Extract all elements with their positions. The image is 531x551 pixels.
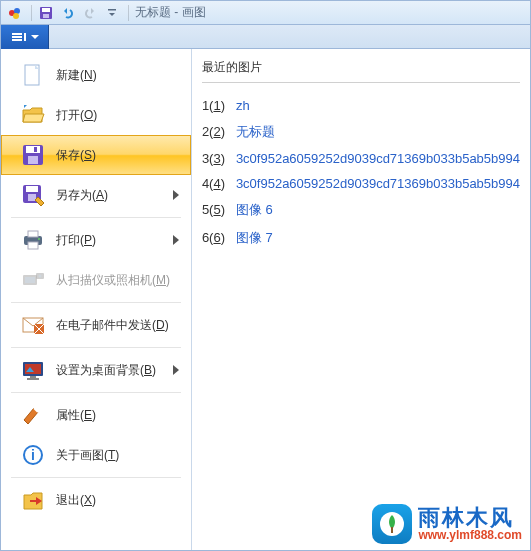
separator	[11, 217, 181, 218]
svg-point-22	[38, 238, 40, 240]
watermark-text: 雨林木风	[418, 507, 522, 529]
menu-item-props[interactable]: 属性(E)	[1, 395, 191, 435]
separator	[11, 347, 181, 348]
svg-text:i: i	[31, 447, 35, 463]
menu-item-save[interactable]: 保存(S)	[1, 135, 191, 175]
svg-rect-7	[12, 33, 22, 35]
save-icon	[18, 141, 48, 169]
file-menu-list: 新建(N)打开(O)保存(S)另存为(A)打印(P)从扫描仪或照相机(M)在电子…	[1, 49, 191, 550]
svg-point-1	[14, 8, 20, 14]
app-icon[interactable]	[5, 3, 25, 23]
menu-item-label: 打开(O)	[56, 107, 180, 124]
submenu-arrow-icon	[172, 235, 180, 245]
svg-rect-4	[42, 8, 50, 12]
menu-item-label: 关于画图(T)	[56, 447, 180, 464]
recent-item-name: 图像 6	[236, 201, 273, 219]
menu-item-about[interactable]: i关于画图(T)	[1, 435, 191, 475]
open-icon	[18, 101, 48, 129]
window-title: 无标题 - 画图	[135, 4, 206, 21]
svg-rect-8	[12, 36, 22, 38]
recent-item-index: 2(2)	[202, 124, 236, 139]
menu-item-open[interactable]: 打开(O)	[1, 95, 191, 135]
new-icon	[18, 61, 48, 89]
menu-item-label: 另存为(A)	[56, 187, 172, 204]
email-icon	[18, 311, 48, 339]
separator	[128, 5, 129, 21]
recent-item-name: 无标题	[236, 123, 275, 141]
file-tab[interactable]	[1, 25, 49, 49]
menu-item-saveas[interactable]: 另存为(A)	[1, 175, 191, 215]
recent-list: 1(1)zh2(2)无标题3(3)3c0f952a6059252d9039cd7…	[202, 93, 520, 252]
recent-panel: 最近的图片 1(1)zh2(2)无标题3(3)3c0f952a6059252d9…	[191, 49, 530, 550]
menu-item-exit[interactable]: 退出(X)	[1, 480, 191, 520]
separator	[202, 82, 520, 83]
svg-rect-5	[43, 14, 49, 18]
recent-item[interactable]: 2(2)无标题	[202, 118, 520, 146]
saveas-icon	[18, 181, 48, 209]
svg-rect-32	[27, 378, 39, 380]
menu-item-label: 属性(E)	[56, 407, 180, 424]
svg-rect-20	[28, 231, 38, 237]
svg-rect-24	[25, 277, 35, 283]
watermark-badge-icon	[372, 504, 412, 544]
menu-item-label: 设置为桌面背景(B)	[56, 362, 172, 379]
menu-item-label: 新建(N)	[56, 67, 180, 84]
ribbon-tabs	[1, 25, 530, 49]
document-title: 无标题	[135, 5, 171, 19]
watermark: 雨林木风 www.ylmf888.com	[372, 504, 522, 544]
svg-rect-13	[26, 146, 40, 153]
menu-item-label: 从扫描仪或照相机(M)	[56, 272, 180, 289]
recent-item-index: 1(1)	[202, 98, 236, 113]
recent-panel-title: 最近的图片	[202, 59, 520, 76]
qat-redo-icon[interactable]	[80, 3, 100, 23]
print-icon	[18, 226, 48, 254]
menu-item-new[interactable]: 新建(N)	[1, 55, 191, 95]
qat-save-icon[interactable]	[36, 3, 56, 23]
recent-item-name: 3c0f952a6059252d9039cd71369b033b5ab5b994	[236, 151, 520, 166]
recent-item-name: 3c0f952a6059252d9039cd71369b033b5ab5b994	[236, 176, 520, 191]
menu-item-label: 保存(S)	[56, 147, 180, 164]
recent-item[interactable]: 6(6)图像 7	[202, 224, 520, 252]
file-menu-body: 新建(N)打开(O)保存(S)另存为(A)打印(P)从扫描仪或照相机(M)在电子…	[1, 49, 530, 550]
scanner-icon	[18, 266, 48, 294]
separator	[11, 392, 181, 393]
separator	[11, 302, 181, 303]
menu-item-label: 在电子邮件中发送(D)	[56, 317, 180, 334]
menu-item-label: 退出(X)	[56, 492, 180, 509]
qat-undo-icon[interactable]	[58, 3, 78, 23]
recent-item[interactable]: 1(1)zh	[202, 93, 520, 118]
recent-item[interactable]: 3(3)3c0f952a6059252d9039cd71369b033b5ab5…	[202, 146, 520, 171]
about-icon: i	[18, 441, 48, 469]
recent-item-index: 6(6)	[202, 230, 236, 245]
svg-rect-6	[108, 9, 116, 11]
submenu-arrow-icon	[172, 365, 180, 375]
svg-point-2	[13, 13, 19, 19]
svg-rect-30	[25, 364, 41, 374]
recent-item[interactable]: 4(4)3c0f952a6059252d9039cd71369b033b5ab5…	[202, 171, 520, 196]
menu-item-wallpaper[interactable]: 设置为桌面背景(B)	[1, 350, 191, 390]
svg-rect-15	[34, 147, 37, 152]
app-name: 画图	[182, 5, 206, 19]
recent-item-index: 4(4)	[202, 176, 236, 191]
menu-item-label: 打印(P)	[56, 232, 172, 249]
recent-item-name: zh	[236, 98, 250, 113]
submenu-arrow-icon	[172, 190, 180, 200]
recent-item-index: 5(5)	[202, 202, 236, 217]
watermark-url: www.ylmf888.com	[418, 529, 522, 541]
separator	[11, 477, 181, 478]
recent-item[interactable]: 5(5)图像 6	[202, 196, 520, 224]
svg-rect-14	[28, 156, 38, 164]
svg-rect-21	[28, 242, 38, 249]
svg-rect-38	[391, 527, 393, 533]
svg-rect-31	[30, 376, 36, 378]
recent-item-name: 图像 7	[236, 229, 273, 247]
menu-item-email[interactable]: 在电子邮件中发送(D)	[1, 305, 191, 345]
props-icon	[18, 401, 48, 429]
exit-icon	[18, 486, 48, 514]
menu-item-print[interactable]: 打印(P)	[1, 220, 191, 260]
qat-customize-icon[interactable]	[102, 3, 122, 23]
svg-rect-9	[12, 39, 22, 41]
svg-rect-10	[24, 33, 26, 41]
separator	[31, 5, 32, 21]
title-bar: 无标题 - 画图	[1, 1, 530, 25]
